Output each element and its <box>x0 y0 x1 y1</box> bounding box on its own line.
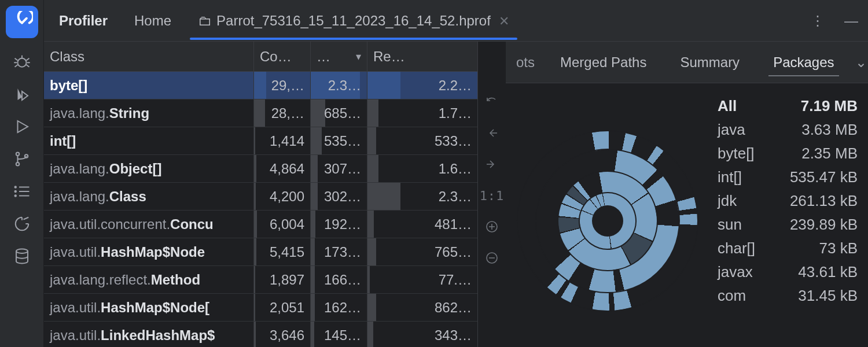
cell-value: 535… <box>311 127 367 154</box>
package-size: 31.45 kB <box>798 287 858 305</box>
package-row[interactable]: javax43.61 kB <box>718 263 858 281</box>
cell-class: java.util.concurrent.Concu <box>44 211 254 238</box>
cell-value: 145… <box>311 322 367 347</box>
col-retained[interactable]: Re… <box>367 42 477 71</box>
table-row[interactable]: java.lang.Class4,200302…2.3… <box>44 183 477 211</box>
cell-value: 307… <box>311 155 367 182</box>
list-icon[interactable] <box>13 183 31 200</box>
col-class[interactable]: Class <box>44 42 254 71</box>
package-name: All <box>718 97 737 115</box>
class-table: Class Co… …▾ Re… byte[]29,…2.3…2.2…java.… <box>44 42 478 347</box>
cell-value: 302… <box>311 183 367 210</box>
database-icon[interactable] <box>13 248 31 265</box>
table-row[interactable]: java.lang.Object[]4,864307…1.6… <box>44 155 477 183</box>
tab-label: Parrot_75316_15_11_2023_16_14_52.hprof <box>216 13 491 28</box>
cell-value: 2.2… <box>367 72 477 99</box>
main-area: ProfilerHome🗀Parrot_75316_15_11_2023_16_… <box>44 0 868 347</box>
package-name: java <box>718 121 745 139</box>
svg-point-21 <box>16 249 28 254</box>
svg-line-6 <box>26 65 29 67</box>
top-tab-0[interactable]: Profiler <box>51 2 116 39</box>
bug-icon[interactable] <box>13 53 31 71</box>
zoom-actual-size[interactable]: 1:1 <box>484 187 500 204</box>
branch-icon[interactable] <box>13 150 31 168</box>
minimize-icon[interactable]: — <box>841 13 861 29</box>
cell-value: 533… <box>367 127 477 154</box>
svg-line-0 <box>22 19 27 23</box>
cell-class: java.lang.Class <box>44 183 254 210</box>
sunburst-chart[interactable] <box>509 95 706 347</box>
package-name: com <box>718 287 746 305</box>
chevron-down-icon[interactable]: ⌄ <box>855 54 868 71</box>
cell-value: 77.… <box>367 266 477 293</box>
top-tab-2[interactable]: 🗀Parrot_75316_15_11_2023_16_14_52.hprof✕ <box>190 2 517 39</box>
cell-value: 3,646 <box>254 322 311 347</box>
kebab-menu-icon[interactable]: ⋮ <box>808 13 827 29</box>
package-name: sun <box>718 216 742 234</box>
run-debug-icon[interactable] <box>13 86 31 103</box>
table-row[interactable]: int[]1,414535…533… <box>44 127 477 155</box>
package-size: 7.19 MB <box>801 97 858 115</box>
svg-marker-9 <box>17 88 22 100</box>
cell-value: 166… <box>311 266 367 293</box>
package-row[interactable]: jdk261.13 kB <box>718 192 858 210</box>
view-tools: 1:1 <box>478 42 506 347</box>
table-row[interactable]: java.util.LinkedHashMap$3,646145…343… <box>44 322 477 347</box>
cell-value: 1,897 <box>254 266 311 293</box>
table-row[interactable]: java.lang.String28,…685…1.7… <box>44 99 477 127</box>
package-row[interactable]: com31.45 kB <box>718 287 858 305</box>
table-row[interactable]: java.util.HashMap$Node[2,051162…862… <box>44 294 477 322</box>
package-name: char[] <box>718 239 755 257</box>
forward-icon[interactable] <box>484 156 500 172</box>
cell-value: 5,415 <box>254 238 311 265</box>
cell-value: 2.3… <box>311 72 367 99</box>
cell-value: 2,051 <box>254 294 311 321</box>
zoom-in-icon[interactable] <box>484 219 500 235</box>
back-icon[interactable] <box>484 125 500 141</box>
chevron-down-icon: ▾ <box>356 50 361 63</box>
cell-value: 685… <box>311 99 367 127</box>
tab-summary[interactable]: Summary <box>675 44 744 81</box>
package-row[interactable]: byte[]2.35 MB <box>718 145 858 163</box>
svg-point-12 <box>16 153 19 156</box>
cell-class: byte[] <box>44 72 254 99</box>
package-row[interactable]: sun239.89 kB <box>718 216 858 234</box>
table-row[interactable]: java.util.HashMap$Node5,415173…765… <box>44 238 477 266</box>
table-row[interactable]: byte[]29,…2.3…2.2… <box>44 72 477 99</box>
target-icon[interactable] <box>13 215 31 232</box>
cell-value: 343… <box>367 322 477 347</box>
package-row[interactable]: char[]73 kB <box>718 239 858 257</box>
cell-value: 862… <box>367 294 477 321</box>
top-tab-1[interactable]: Home <box>126 2 179 39</box>
table-row[interactable]: java.lang.reflect.Method1,897166…77.… <box>44 266 477 294</box>
table-header-row: Class Co… …▾ Re… <box>44 42 477 72</box>
cell-value: 29,… <box>254 72 311 99</box>
table-row[interactable]: java.util.concurrent.Concu6,004192…481… <box>44 211 477 238</box>
col-shallow[interactable]: …▾ <box>311 42 367 71</box>
cell-value: 481… <box>367 211 477 238</box>
package-name: jdk <box>718 192 737 210</box>
tab-truncated[interactable]: ots <box>512 44 539 81</box>
package-size: 261.13 kB <box>790 192 858 210</box>
package-row[interactable]: int[]535.47 kB <box>718 168 858 186</box>
svg-marker-10 <box>22 91 28 100</box>
app-profiler-icon[interactable] <box>6 6 38 38</box>
package-name: byte[] <box>718 145 755 163</box>
close-icon[interactable]: ✕ <box>499 14 509 28</box>
package-row[interactable]: All7.19 MB <box>718 97 858 115</box>
left-sidebar <box>0 0 44 347</box>
top-bar: ProfilerHome🗀Parrot_75316_15_11_2023_16_… <box>44 0 868 42</box>
package-list: All7.19 MBjava3.63 MBbyte[]2.35 MBint[]5… <box>718 95 858 347</box>
col-count[interactable]: Co… <box>254 42 311 71</box>
cell-value: 192… <box>311 211 367 238</box>
tab-packages[interactable]: Packages <box>768 44 838 81</box>
package-row[interactable]: java3.63 MB <box>718 121 858 139</box>
tab-merged-paths[interactable]: Merged Paths <box>556 44 651 81</box>
svg-line-3 <box>14 58 17 61</box>
cell-value: 28,… <box>254 99 311 127</box>
svg-point-1 <box>17 58 26 67</box>
zoom-out-icon[interactable] <box>484 250 500 266</box>
undo-icon[interactable] <box>484 94 500 110</box>
package-size: 2.35 MB <box>801 145 858 163</box>
play-icon[interactable] <box>13 118 31 135</box>
